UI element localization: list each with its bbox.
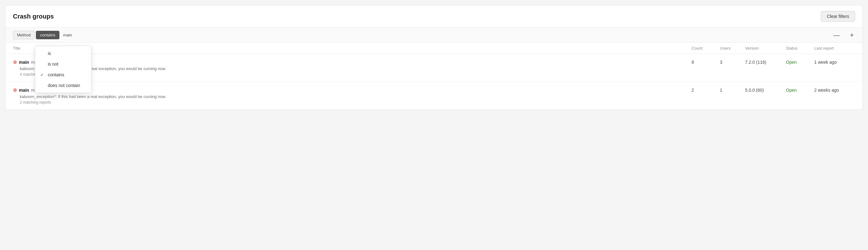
cell-users: 3 (720, 59, 745, 65)
operator-does-not-contain-label: does not contain (48, 83, 80, 88)
crash-title-line: ⊗ main main.m, line 16 (13, 59, 691, 65)
crash-reports-count: 2 matching reports (13, 100, 691, 105)
remove-filter-button[interactable]: — (832, 32, 841, 38)
operator-is-not-label: is not (48, 62, 58, 67)
filter-bar-actions: — + (832, 32, 855, 39)
crash-error-icon: ⊗ (13, 87, 17, 93)
filter-value-text: main (61, 31, 74, 39)
operator-contains-label: contains (48, 72, 64, 77)
filter-operator-chip[interactable]: contains (36, 31, 59, 39)
col-status: Status (786, 46, 814, 50)
crash-method: main (19, 60, 29, 65)
operator-option-contains[interactable]: ✓ contains (35, 69, 91, 80)
cell-status: Open (786, 59, 814, 65)
crash-groups-panel: Crash groups Clear filters Method contai… (5, 5, 863, 110)
col-last-report: Last report (814, 46, 855, 50)
col-users: Users (720, 46, 745, 50)
clear-filters-button[interactable]: Clear filters (821, 11, 855, 22)
col-title: Title (13, 46, 691, 50)
cell-last-report: 1 week ago (814, 59, 855, 65)
table-row[interactable]: ⊗ main main.m, line 16 kaboom_exception*… (5, 82, 863, 110)
cell-version: 5.0.0 (60) (745, 87, 786, 93)
operator-option-does-not-contain[interactable]: does not contain (35, 80, 91, 91)
operator-dropdown: is is not ✓ contains does not contain (35, 46, 92, 93)
cell-users: 1 (720, 87, 745, 93)
crash-title-cell: ⊗ main main.m, line 16 kaboom_exception*… (13, 87, 691, 105)
crash-description: kaboom_exception*: If this had been a re… (13, 94, 691, 99)
crash-reports-count: 4 matching reports (13, 72, 691, 77)
col-count: Count (691, 46, 720, 50)
operator-is-label: is (48, 51, 51, 56)
filter-method-chip[interactable]: Method (13, 31, 35, 39)
crash-title-line: ⊗ main main.m, line 16 (13, 87, 691, 93)
page-title: Crash groups (13, 13, 54, 20)
col-version: Version (745, 46, 786, 50)
table-row[interactable]: ⊗ main main.m, line 16 kaboom_exception*… (5, 54, 863, 82)
add-filter-button[interactable]: + (848, 32, 855, 39)
crash-error-icon: ⊗ (13, 59, 17, 65)
crash-method: main (19, 87, 29, 93)
cell-last-report: 2 weeks ago (814, 87, 855, 93)
operator-option-is-not[interactable]: is not (35, 59, 91, 69)
cell-count: 2 (691, 87, 720, 93)
cell-count: 8 (691, 59, 720, 65)
page-header: Crash groups Clear filters (5, 5, 863, 28)
crash-description: kaboom_exception*: If this had been a re… (13, 66, 691, 71)
filter-row: Method contains main is is not ✓ contain… (5, 28, 863, 43)
operator-option-is[interactable]: is (35, 48, 91, 59)
cell-version: 7.2.0 (116) (745, 59, 786, 65)
filter-chips: Method contains main is is not ✓ contain… (13, 31, 832, 39)
cell-status: Open (786, 87, 814, 93)
table-header: Title Count Users Version Status Last re… (5, 43, 863, 54)
checkmark-contains: ✓ (40, 73, 45, 77)
crash-title-cell: ⊗ main main.m, line 16 kaboom_exception*… (13, 59, 691, 77)
